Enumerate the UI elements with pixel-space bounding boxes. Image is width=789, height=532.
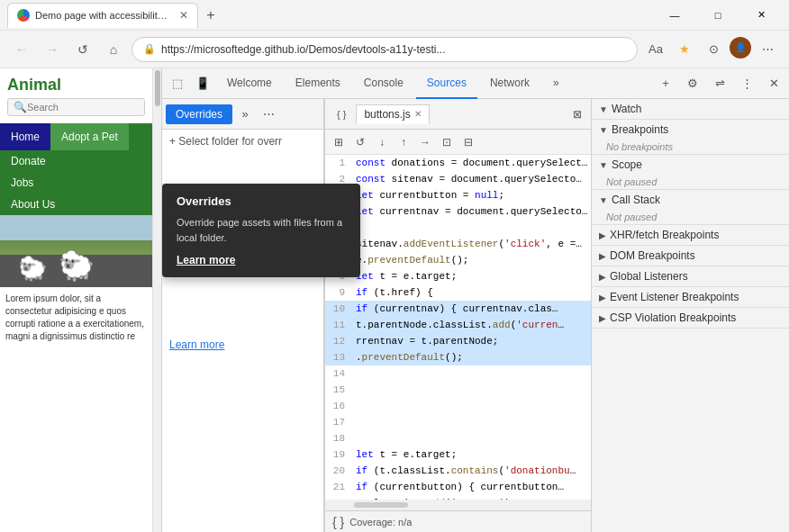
global-listeners-section-header[interactable]: ▶ Global Listeners [592, 266, 789, 286]
nav-donate[interactable]: Donate [0, 150, 152, 172]
devtools-sync[interactable]: ⇌ [708, 72, 731, 95]
profile-avatar[interactable]: 👤 [730, 37, 751, 59]
code-line-15: 15 [325, 382, 591, 398]
code-line-2: 2const sitenav = document.querySelecto… [325, 171, 591, 187]
refresh-button[interactable]: ↺ [70, 37, 95, 62]
csp-section-header[interactable]: ▶ CSP Violation Breakpoints [592, 308, 789, 328]
code-line-9: 9 if (t.href) { [325, 284, 591, 301]
breakpoints-section-header[interactable]: ▼ Breakpoints [592, 120, 789, 140]
right-panel-scroll[interactable]: ▼ Watch ▼ Breakpoints No breakpoints [592, 99, 789, 532]
code-line-21: 21 if (currentbutton) { currentbutton… [325, 479, 591, 495]
step-into-button[interactable]: ↓ [372, 132, 392, 152]
sheep-emoji-2: 🐑 [18, 255, 47, 283]
devtools-tab-more[interactable]: » [542, 68, 570, 99]
devtools-inspect-button[interactable]: ⬚ [166, 72, 189, 95]
overrides-tab[interactable]: Overrides [166, 104, 232, 124]
xhr-section-header[interactable]: ▶ XHR/fetch Breakpoints [592, 225, 789, 245]
dont-pause-exceptions-button[interactable]: ⊟ [458, 132, 478, 152]
code-line-8: 8 let t = e.target; [325, 268, 591, 284]
nav-jobs[interactable]: Jobs [0, 172, 152, 194]
brackets-footer: { } Coverage: n/a [332, 515, 412, 529]
code-horizontal-scrollbar[interactable] [325, 500, 591, 510]
tab-close-icon[interactable]: ✕ [179, 9, 188, 22]
star-icon: ★ [679, 42, 690, 56]
forward-button[interactable]: → [40, 37, 65, 62]
file-tab-buttons-js[interactable]: buttons.js ✕ [356, 104, 429, 124]
address-input[interactable]: 🔒 https://microsoftedge.github.io/Demos/… [132, 37, 638, 62]
code-line-10: 10 if (currentnav) { currentnav.clas… [325, 301, 591, 317]
devtools-tab-welcome[interactable]: Welcome [216, 68, 283, 99]
nav-home[interactable]: Home [0, 123, 50, 150]
scope-label: Scope [612, 158, 642, 171]
global-listeners-label: Global Listeners [610, 270, 688, 283]
page-title-text: Animal [7, 76, 61, 95]
new-tab-button[interactable]: + [198, 3, 223, 28]
step-over-button[interactable]: ↺ [350, 132, 370, 152]
devtools-close[interactable]: ✕ [762, 72, 785, 95]
code-line-1: 1const donations = document.querySelect… [325, 155, 591, 171]
favorites-button[interactable]: ★ [672, 37, 697, 62]
browser-tab[interactable]: Demo page with accessibility iss ✕ [7, 3, 198, 28]
page-nav: Home Adopt a Pet Donate Jobs About Us [0, 123, 152, 215]
read-aloud-button[interactable]: Aa [643, 37, 668, 62]
code-line-7: 7 e.preventDefault(); [325, 252, 591, 268]
watch-section-header[interactable]: ▼ Watch [592, 99, 789, 119]
dom-label: DOM Breakpoints [610, 249, 695, 262]
event-listener-chevron-icon: ▶ [599, 293, 606, 302]
tooltip-title: Overrides [177, 194, 346, 208]
devtools-tab-console[interactable]: Console [353, 68, 414, 99]
close-button[interactable]: ✕ [740, 0, 782, 31]
sheep-illustration: 🐑 🐑 [0, 215, 152, 287]
tab-area: Demo page with accessibility iss ✕ + [7, 3, 654, 28]
nav-adopt[interactable]: Adopt a Pet [50, 123, 129, 150]
search-input[interactable] [27, 102, 99, 113]
right-panel: ▼ Watch ▼ Breakpoints No breakpoints [591, 99, 789, 532]
page-scrollbar[interactable] [152, 68, 161, 532]
csp-label: CSP Violation Breakpoints [610, 311, 736, 324]
nav-about[interactable]: About Us [0, 194, 152, 215]
learn-more-link[interactable]: Learn more [169, 338, 224, 351]
step-out-button[interactable]: ↑ [394, 132, 413, 152]
debug-toolbar: ⊞ ↺ ↓ ↑ → ⊡ ⊟ [325, 130, 591, 155]
pause-resume-button[interactable]: ⊞ [329, 132, 349, 152]
back-button[interactable]: ← [9, 37, 34, 62]
devtools-tab-network[interactable]: Network [479, 68, 540, 99]
overrides-content-area: + Select folder for overr Overrides Over… [162, 130, 323, 532]
devtools-customize[interactable]: ⋮ [735, 72, 758, 95]
tooltip-learn-more[interactable]: Learn more [177, 254, 235, 266]
code-line-12: 12 rrentnav = t.parentNode; [325, 333, 591, 349]
collections-button[interactable]: ⊙ [701, 37, 726, 62]
overrides-more-icon[interactable]: » [234, 104, 256, 125]
address-actions: Aa ★ ⊙ 👤 ⋯ [643, 37, 780, 62]
scroll-track [153, 68, 161, 532]
maximize-button[interactable]: □ [697, 0, 739, 31]
devtools-tab-elements[interactable]: Elements [285, 68, 351, 99]
devtools-tab-bar: ⬚ 📱 Welcome Elements Console Sources Net… [162, 68, 789, 99]
deactivate-breakpoints-button[interactable]: ⊡ [437, 132, 457, 152]
select-folder-row[interactable]: + Select folder for overr [162, 130, 323, 153]
scope-chevron-icon: ▼ [599, 160, 608, 170]
devtools-tab-sources[interactable]: Sources [416, 68, 477, 99]
dom-section-header[interactable]: ▶ DOM Breakpoints [592, 246, 789, 266]
code-line-14: 14 [325, 365, 591, 382]
sources-list-pane: Overrides » ⋯ + Select folder for overr … [162, 99, 324, 532]
devtools-settings[interactable]: ⚙ [681, 72, 704, 95]
devtools-device-button[interactable]: 📱 [191, 72, 214, 95]
code-content[interactable]: 1const donations = document.querySelect…… [325, 155, 591, 500]
minimize-button[interactable]: — [654, 0, 695, 31]
event-listener-section-header[interactable]: ▶ Event Listener Breakpoints [592, 287, 789, 307]
file-format-icon: { } [329, 105, 354, 123]
file-tab-close[interactable]: ✕ [414, 109, 422, 119]
step-button[interactable]: → [415, 132, 435, 152]
breakpoints-chevron-icon: ▼ [599, 125, 608, 135]
settings-ellipsis-button[interactable]: ⋯ [755, 37, 780, 62]
call-stack-section-header[interactable]: ▼ Call Stack [592, 190, 789, 210]
overrides-kebab-icon[interactable]: ⋯ [258, 104, 279, 125]
format-button[interactable]: ⊠ [567, 104, 587, 124]
home-button[interactable]: ⌂ [101, 37, 126, 62]
search-row[interactable]: 🔍 [7, 98, 145, 116]
devtools-add-tab[interactable]: + [654, 72, 677, 95]
scope-section-header[interactable]: ▼ Scope [592, 155, 789, 175]
lorem-text: Lorem ipsum dolor, sit a consectetur adi… [0, 287, 152, 532]
call-stack-not-paused-text: Not paused [606, 212, 657, 222]
